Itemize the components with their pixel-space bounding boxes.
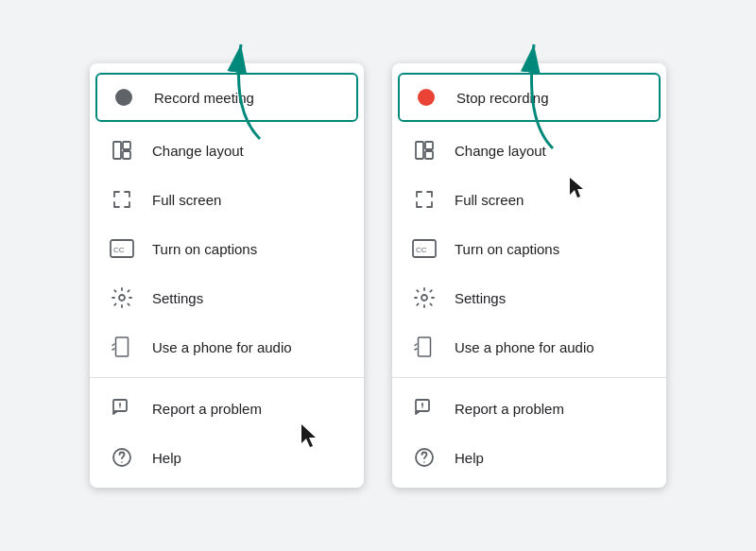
svg-rect-1	[123, 142, 130, 149]
left-full-screen[interactable]: Full screen	[90, 175, 364, 224]
svg-marker-12	[301, 424, 316, 447]
left-record-meeting[interactable]: Record meeting	[95, 73, 358, 122]
left-turn-on-captions-label: Turn on captions	[152, 241, 257, 257]
left-change-layout-label: Change layout	[152, 143, 244, 159]
left-full-screen-label: Full screen	[152, 192, 221, 208]
left-report-problem-label: Report a problem	[152, 401, 262, 417]
svg-point-21	[421, 406, 423, 408]
right-cursor	[567, 177, 586, 199]
phone-icon	[109, 334, 135, 360]
report-icon	[109, 395, 135, 422]
phone-icon-right	[411, 334, 438, 360]
layout-icon	[109, 137, 135, 164]
right-settings-label: Settings	[455, 290, 506, 306]
svg-marker-25	[570, 178, 583, 198]
svg-point-5	[119, 295, 125, 301]
right-change-layout-label: Change layout	[455, 143, 546, 159]
right-help-label: Help	[455, 450, 484, 466]
svg-point-8	[119, 406, 121, 408]
gray-circle-icon	[111, 84, 137, 111]
right-change-layout[interactable]: Change layout	[392, 126, 666, 175]
left-cursor	[298, 422, 320, 449]
right-settings[interactable]: Settings	[392, 273, 666, 322]
svg-rect-13	[416, 142, 423, 159]
left-settings[interactable]: Settings	[90, 273, 364, 322]
svg-text:CC: CC	[113, 246, 125, 254]
left-turn-on-captions[interactable]: CC Turn on captions	[90, 224, 364, 273]
help-icon-right	[411, 444, 438, 471]
fullscreen-icon	[109, 186, 135, 213]
svg-point-18	[421, 295, 427, 301]
right-use-phone-label: Use a phone for audio	[455, 339, 594, 355]
report-icon-right	[411, 395, 438, 422]
captions-icon: CC	[109, 235, 135, 262]
panels-wrapper: Record meeting Change layout	[90, 63, 666, 488]
left-menu-panel: Record meeting Change layout	[90, 63, 364, 488]
captions-icon-right: CC	[411, 235, 438, 262]
settings-icon-right	[411, 284, 438, 311]
left-use-phone-label: Use a phone for audio	[152, 339, 292, 355]
right-turn-on-captions[interactable]: CC Turn on captions	[392, 224, 666, 273]
help-icon	[109, 444, 135, 471]
right-stop-recording-label: Stop recording	[456, 90, 549, 106]
svg-point-23	[423, 461, 425, 463]
right-stop-recording[interactable]: Stop recording	[398, 73, 661, 122]
svg-text:CC: CC	[416, 246, 427, 254]
right-divider	[392, 377, 666, 378]
fullscreen-icon-right	[411, 186, 438, 213]
svg-rect-0	[113, 142, 121, 159]
right-menu-panel: Stop recording Change layout	[392, 63, 666, 488]
right-help[interactable]: Help	[392, 433, 666, 482]
left-settings-label: Settings	[152, 290, 203, 306]
right-full-screen[interactable]: Full screen	[392, 175, 666, 224]
right-report-problem-label: Report a problem	[455, 401, 564, 417]
red-circle-icon	[413, 84, 439, 111]
left-panel-wrapper: Record meeting Change layout	[90, 63, 364, 488]
left-change-layout[interactable]: Change layout	[90, 126, 364, 175]
svg-rect-2	[123, 151, 130, 159]
right-report-problem[interactable]: Report a problem	[392, 384, 666, 433]
right-panel-wrapper: Stop recording Change layout	[392, 63, 666, 488]
left-use-phone[interactable]: Use a phone for audio	[90, 322, 364, 371]
left-record-meeting-label: Record meeting	[154, 90, 254, 106]
left-report-problem[interactable]: Report a problem	[90, 384, 364, 433]
layout-icon-right	[411, 137, 438, 164]
svg-point-10	[121, 461, 123, 463]
left-help[interactable]: Help	[90, 433, 364, 482]
right-full-screen-label: Full screen	[455, 192, 524, 208]
svg-rect-15	[425, 151, 433, 159]
right-turn-on-captions-label: Turn on captions	[455, 241, 559, 257]
settings-icon	[109, 284, 135, 311]
right-use-phone[interactable]: Use a phone for audio	[392, 322, 666, 371]
left-help-label: Help	[152, 450, 181, 466]
left-divider	[90, 377, 364, 378]
svg-rect-14	[425, 142, 433, 149]
